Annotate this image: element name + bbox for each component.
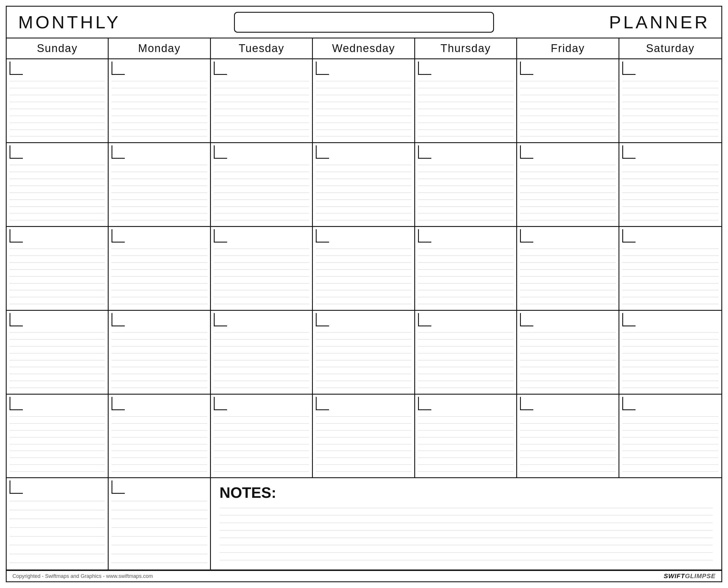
date-box	[9, 397, 23, 410]
cell-r2-sun[interactable]	[7, 143, 109, 226]
title-input-box[interactable]	[234, 12, 494, 33]
cell-r5-sat[interactable]	[619, 395, 721, 478]
cell-r4-sun[interactable]	[7, 311, 109, 394]
cell-lines	[316, 412, 411, 475]
day-headers-row: Sunday Monday Tuesday Wednesday Thursday…	[7, 39, 721, 59]
cell-notes-sun[interactable]	[7, 478, 109, 569]
footer: Copyrighted - Swiftmaps and Graphics - w…	[7, 570, 721, 581]
calendar-row-3	[7, 227, 721, 311]
copyright-text: Copyrighted - Swiftmaps and Graphics - w…	[13, 573, 153, 579]
date-box	[520, 145, 533, 159]
cell-r1-mon[interactable]	[109, 59, 211, 142]
cell-r3-thu[interactable]	[415, 227, 517, 310]
cell-r3-mon[interactable]	[109, 227, 211, 310]
date-box	[111, 313, 125, 327]
cell-r5-tue[interactable]	[211, 395, 313, 478]
date-box	[520, 313, 533, 327]
cell-lines	[622, 77, 719, 140]
calendar-row-5	[7, 395, 721, 479]
date-box	[214, 229, 227, 243]
cell-r5-fri[interactable]	[517, 395, 619, 478]
date-box	[9, 313, 23, 327]
cell-r1-thu[interactable]	[415, 59, 517, 142]
date-box	[418, 229, 431, 243]
date-box	[111, 229, 125, 243]
cell-lines	[622, 328, 719, 392]
cell-r5-sun[interactable]	[7, 395, 109, 478]
cell-lines	[9, 161, 105, 224]
cell-r3-sun[interactable]	[7, 227, 109, 310]
date-box	[316, 313, 329, 327]
cell-r2-tue[interactable]	[211, 143, 313, 226]
cell-r4-fri[interactable]	[517, 311, 619, 394]
cell-r5-wed[interactable]	[313, 395, 415, 478]
cell-r1-sat[interactable]	[619, 59, 721, 142]
cell-lines	[9, 244, 105, 308]
notes-label: NOTES:	[220, 484, 713, 501]
date-box	[316, 397, 329, 410]
cell-r1-wed[interactable]	[313, 59, 415, 142]
day-header-wednesday: Wednesday	[313, 39, 415, 58]
cell-r5-mon[interactable]	[109, 395, 211, 478]
day-header-friday: Friday	[517, 39, 619, 58]
cell-r2-wed[interactable]	[313, 143, 415, 226]
cell-lines	[520, 412, 615, 475]
calendar-row-4	[7, 311, 721, 395]
calendar-grid: NOTES:	[7, 59, 721, 570]
monthly-label: MONTHLY	[18, 12, 139, 33]
calendar-row-1	[7, 59, 721, 143]
date-box	[214, 397, 227, 410]
date-box	[622, 397, 636, 410]
cell-r2-fri[interactable]	[517, 143, 619, 226]
cell-lines	[520, 244, 615, 308]
cell-lines	[9, 412, 105, 475]
cell-r2-sat[interactable]	[619, 143, 721, 226]
cell-lines	[111, 496, 207, 567]
cell-lines	[520, 161, 615, 224]
brand-text: SWIFTGLIMPSE	[664, 572, 715, 580]
cell-lines	[111, 412, 207, 475]
cell-r4-sat[interactable]	[619, 311, 721, 394]
date-box	[316, 62, 329, 75]
cell-r4-thu[interactable]	[415, 311, 517, 394]
cell-r4-mon[interactable]	[109, 311, 211, 394]
brand-swift: SWIFT	[664, 572, 685, 580]
cell-r1-tue[interactable]	[211, 59, 313, 142]
calendar-row-2	[7, 143, 721, 227]
cell-r1-sun[interactable]	[7, 59, 109, 142]
cell-lines	[622, 412, 719, 475]
cell-lines	[418, 412, 513, 475]
cell-r3-sat[interactable]	[619, 227, 721, 310]
date-box	[111, 397, 125, 410]
cell-lines	[520, 77, 615, 140]
cell-r4-tue[interactable]	[211, 311, 313, 394]
cell-r2-thu[interactable]	[415, 143, 517, 226]
cell-r1-fri[interactable]	[517, 59, 619, 142]
date-box	[520, 229, 533, 243]
cell-notes-mon[interactable]	[109, 478, 211, 569]
cell-r3-wed[interactable]	[313, 227, 415, 310]
cell-lines	[111, 244, 207, 308]
date-box	[622, 229, 636, 243]
cell-lines	[622, 244, 719, 308]
date-box	[9, 481, 23, 494]
date-box	[9, 145, 23, 159]
cell-r5-thu[interactable]	[415, 395, 517, 478]
date-box	[111, 145, 125, 159]
brand-glimpse: GLIMPSE	[685, 572, 715, 580]
cell-lines	[214, 161, 309, 224]
date-box	[214, 313, 227, 327]
cell-lines	[214, 412, 309, 475]
cell-lines	[316, 328, 411, 392]
day-header-sunday: Sunday	[7, 39, 109, 58]
cell-lines	[622, 161, 719, 224]
cell-r4-wed[interactable]	[313, 311, 415, 394]
notes-area[interactable]: NOTES:	[211, 478, 721, 569]
header: MONTHLY PLANNER	[7, 7, 721, 39]
cell-r3-tue[interactable]	[211, 227, 313, 310]
date-box	[316, 145, 329, 159]
cell-r3-fri[interactable]	[517, 227, 619, 310]
date-box	[520, 62, 533, 75]
cell-r2-mon[interactable]	[109, 143, 211, 226]
day-header-saturday: Saturday	[619, 39, 721, 58]
